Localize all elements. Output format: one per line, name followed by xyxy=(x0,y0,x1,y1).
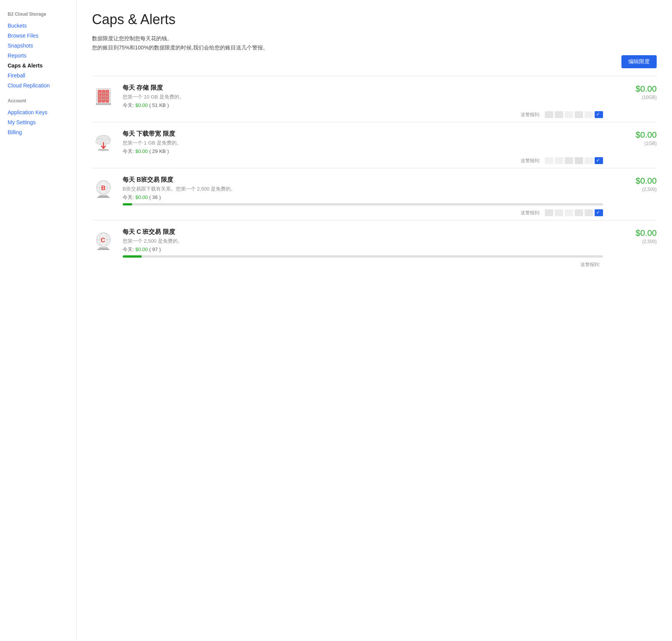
sidebar: B2 Cloud Storage Buckets Browse Files Sn… xyxy=(0,0,77,641)
svg-rect-19 xyxy=(97,197,110,198)
alert-checkbox-download[interactable] xyxy=(595,157,603,164)
cap-title-download: 每天 下载带宽 限度 xyxy=(123,130,603,138)
alert-box-b3[interactable] xyxy=(565,209,573,216)
sidebar-item-buckets[interactable]: Buckets xyxy=(8,21,69,31)
classb-icon: B xyxy=(92,176,115,199)
alert-box-d4[interactable] xyxy=(575,157,583,164)
cap-progress-classb xyxy=(123,203,603,205)
alert-box-2[interactable] xyxy=(555,111,563,118)
sidebar-item-browse-files[interactable]: Browse Files xyxy=(8,31,69,41)
edit-limits-button[interactable]: 编辑限度 xyxy=(621,55,657,68)
cap-alert-row-download: 送警报到: xyxy=(123,157,603,164)
intro-text-1: 数据限度让您控制您每天花的钱。 xyxy=(92,35,657,42)
cap-limit-download: (1GB) xyxy=(611,141,657,146)
alert-checkbox-storage[interactable] xyxy=(595,111,603,118)
sidebar-item-fireball[interactable]: Fireball xyxy=(8,71,69,81)
sidebar-b2-label: B2 Cloud Storage xyxy=(8,12,69,17)
cap-subtitle-classb: B班交易跟下载有关系。您第一个 2,500 是免费的。 xyxy=(123,186,603,192)
cap-right-classc: $0.00 (2,500) xyxy=(611,228,657,244)
sidebar-item-billing[interactable]: Billing xyxy=(8,127,69,137)
alert-box-1[interactable] xyxy=(545,111,553,118)
page-title: Caps & Alerts xyxy=(92,12,657,28)
alert-box-4[interactable] xyxy=(575,111,583,118)
cap-item-classb: B 每天 B班交易 限度 B班交易跟下载有关系。您第一个 2,500 是免费的。… xyxy=(92,168,657,220)
cap-title-storage: 每天 存储 限度 xyxy=(123,84,603,92)
svg-text:B: B xyxy=(101,185,106,191)
svg-point-10 xyxy=(104,139,110,144)
sidebar-item-caps-alerts[interactable]: Caps & Alerts xyxy=(8,61,69,71)
svg-rect-4 xyxy=(96,103,111,105)
alert-box-d5[interactable] xyxy=(585,157,593,164)
cap-today-download: 今天: $0.00 ( 29 KB ) xyxy=(123,148,603,155)
cap-title-classb: 每天 B班交易 限度 xyxy=(123,176,603,184)
sidebar-item-cloud-replication[interactable]: Cloud Replication xyxy=(8,81,69,90)
svg-rect-13 xyxy=(98,149,109,151)
cap-today-classb: 今天: $0.00 ( 36 ) xyxy=(123,194,603,201)
cap-right-storage: $0.00 (10GB) xyxy=(611,84,657,100)
alert-label-storage: 送警报到: xyxy=(521,112,540,118)
alert-label-download: 送警报到: xyxy=(521,158,540,164)
cap-alert-row-storage: 送警报到: xyxy=(123,111,603,118)
cap-price-download: $0.00 xyxy=(611,130,657,140)
alert-label-classc: 送警报到: xyxy=(580,261,600,268)
cap-progress-fill-classb xyxy=(123,203,132,205)
cap-progress-fill-classc xyxy=(123,255,142,258)
alert-box-b2[interactable] xyxy=(555,209,563,216)
cap-alert-row-classb: 送警报到: xyxy=(123,209,603,216)
cap-today-storage: 今天: $0.00 ( 51 KB ) xyxy=(123,102,603,109)
cap-body-classc: 每天 C 班交易 限度 您第一个 2,500 是免费的。 今天: $0.00 (… xyxy=(123,228,603,268)
alert-box-b5[interactable] xyxy=(585,209,593,216)
cap-price-classc: $0.00 xyxy=(611,228,657,238)
cap-price-classb: $0.00 xyxy=(611,176,657,186)
sidebar-item-application-keys[interactable]: Application Keys xyxy=(8,107,69,117)
alert-box-d1[interactable] xyxy=(545,157,553,164)
cap-today-classc: 今天: $0.00 ( 97 ) xyxy=(123,246,603,253)
cap-body-classb: 每天 B班交易 限度 B班交易跟下载有关系。您第一个 2,500 是免费的。 今… xyxy=(123,176,603,216)
alert-label-classb: 送警报到: xyxy=(521,210,540,216)
svg-text:C: C xyxy=(101,237,105,243)
sidebar-item-my-settings[interactable]: My Settings xyxy=(8,117,69,127)
intro-text-2: 您的账目到75%和100%的数据限度的时候,我们会给您的账目送几个警报。 xyxy=(92,44,657,51)
sidebar-item-snapshots[interactable]: Snapshots xyxy=(8,41,69,51)
svg-rect-24 xyxy=(99,247,108,249)
alert-box-3[interactable] xyxy=(565,111,573,118)
main-content: Caps & Alerts 数据限度让您控制您每天花的钱。 您的账目到75%和1… xyxy=(77,0,672,641)
cap-subtitle-download: 您第一个 1 GB 是免费的。 xyxy=(123,140,603,146)
cap-right-download: $0.00 (1GB) xyxy=(611,130,657,146)
cap-title-classc: 每天 C 班交易 限度 xyxy=(123,228,603,236)
cap-subtitle-classc: 您第一个 2,500 是免费的。 xyxy=(123,238,603,245)
cap-alert-row-classc: 送警报到: xyxy=(123,261,603,268)
cap-item-storage: 每天 存储 限度 您第一个 10 GB 是免费的。 今天: $0.00 ( 51… xyxy=(92,76,657,122)
sidebar-item-reports[interactable]: Reports xyxy=(8,51,69,61)
alert-box-d3[interactable] xyxy=(565,157,573,164)
storage-icon xyxy=(92,84,115,107)
cap-item-download: 每天 下载带宽 限度 您第一个 1 GB 是免费的。 今天: $0.00 ( 2… xyxy=(92,122,657,168)
cap-limit-classb: (2,500) xyxy=(611,187,657,192)
cap-limit-storage: (10GB) xyxy=(611,95,657,100)
cap-limit-classc: (2,500) xyxy=(611,239,657,244)
alert-box-d2[interactable] xyxy=(555,157,563,164)
cap-right-classb: $0.00 (2,500) xyxy=(611,176,657,192)
classc-icon: C xyxy=(92,228,115,251)
alert-box-b4[interactable] xyxy=(575,209,583,216)
download-icon xyxy=(92,130,115,153)
cap-price-storage: $0.00 xyxy=(611,84,657,94)
cap-body-storage: 每天 存储 限度 您第一个 10 GB 是免费的。 今天: $0.00 ( 51… xyxy=(123,84,603,118)
svg-rect-25 xyxy=(97,249,110,250)
alert-checkbox-classb[interactable] xyxy=(595,209,603,216)
cap-body-download: 每天 下载带宽 限度 您第一个 1 GB 是免费的。 今天: $0.00 ( 2… xyxy=(123,130,603,164)
alert-box-5[interactable] xyxy=(585,111,593,118)
cap-progress-classc xyxy=(123,255,603,258)
sidebar-account-label: Account xyxy=(8,98,69,104)
alert-box-b1[interactable] xyxy=(545,209,553,216)
svg-rect-18 xyxy=(99,195,108,197)
cap-subtitle-storage: 您第一个 10 GB 是免费的。 xyxy=(123,94,603,100)
cap-item-classc: C 每天 C 班交易 限度 您第一个 2,500 是免费的。 今天: $0.00… xyxy=(92,220,657,272)
